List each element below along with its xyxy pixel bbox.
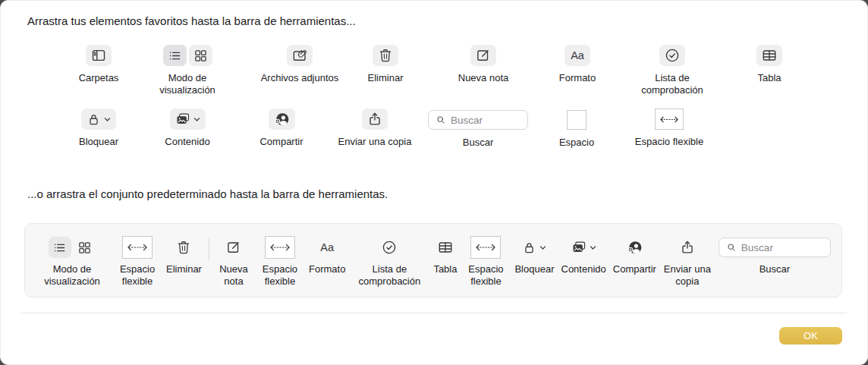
item-label: Formato: [309, 263, 345, 275]
table-icon: [435, 237, 456, 258]
default-set-heading: ...o arrastra el conjunto predeterminado…: [27, 187, 388, 200]
compose-icon: [470, 45, 496, 66]
item-label: Buscar: [463, 137, 493, 149]
chevron-down-icon: [103, 115, 112, 124]
item-label: Enviar una copia: [338, 136, 412, 148]
item-label: Lista de comprobación: [352, 263, 426, 288]
toolbar-item-tabla[interactable]: Tabla: [433, 236, 457, 275]
toolbar-item-lista-de-comprobacion[interactable]: Lista de comprobación: [352, 236, 426, 288]
item-label: Bloquear: [79, 136, 118, 148]
item-label: Tabla: [757, 72, 781, 84]
flexible-space-icon: [122, 236, 153, 259]
lock-icon: [81, 109, 116, 130]
format-aa-icon: Aa: [565, 45, 590, 66]
space-icon: [567, 110, 587, 130]
toolbar-divider: [209, 238, 209, 260]
share-icon: [677, 237, 698, 258]
palette-item-enviar-una-copia[interactable]: Enviar una copia: [318, 108, 432, 148]
share-icon: [362, 109, 388, 130]
item-label: Bloquear: [514, 263, 554, 275]
item-label: Espacio flexible: [258, 263, 302, 288]
search-icon: [436, 115, 446, 125]
item-label: Espacio flexible: [464, 263, 508, 288]
palette-item-buscar[interactable]: Buscar Buscar: [421, 109, 535, 149]
check-circle-icon: [659, 45, 685, 66]
search-input[interactable]: Buscar: [428, 110, 528, 130]
item-label: Compartir: [613, 263, 656, 275]
toolbar-item-bloquear[interactable]: Bloquear: [514, 236, 554, 275]
item-label: Nueva nota: [216, 263, 251, 288]
add-person-icon: [624, 237, 645, 258]
chevron-down-icon: [589, 244, 597, 252]
list-view-icon: [49, 237, 71, 258]
item-label: Carpetas: [79, 72, 119, 84]
flexible-space-icon: [265, 236, 295, 259]
trash-icon: [373, 45, 398, 66]
toolbar-item-enviar-una-copia[interactable]: Enviar una copia: [663, 236, 712, 288]
add-person-icon: [269, 109, 295, 130]
item-label: Archivos adjuntos: [261, 72, 339, 84]
item-label: Formato: [559, 72, 596, 84]
grid-view-icon: [74, 237, 96, 258]
toolbar-item-espacio-flexible[interactable]: Espacio flexible: [115, 236, 159, 288]
media-icon: [569, 237, 599, 258]
toolbar-item-eliminar[interactable]: Eliminar: [166, 236, 202, 275]
search-placeholder: Buscar: [741, 242, 773, 253]
list-view-icon: [163, 45, 187, 66]
toolbar-item-buscar[interactable]: Buscar Buscar: [719, 236, 831, 275]
grid-view-icon: [189, 45, 212, 66]
palette-item-eliminar[interactable]: Eliminar: [329, 44, 442, 84]
favorites-heading: Arrastra tus elementos favoritos hasta l…: [27, 14, 356, 27]
toolbar-item-contenido[interactable]: Contenido: [561, 236, 606, 275]
item-label: Enviar una copia: [663, 263, 712, 288]
item-label: Contenido: [561, 263, 606, 275]
palette-item-espacio-flexible[interactable]: Espacio flexible: [612, 108, 726, 148]
item-label: Eliminar: [166, 263, 202, 275]
item-label: Eliminar: [368, 72, 404, 84]
toolbar-item-modo-de-visualizacion[interactable]: Modo de visualización: [36, 236, 108, 288]
table-icon: [756, 45, 782, 66]
item-label: Modo de visualización: [36, 263, 108, 288]
sidebar-icon: [86, 45, 112, 66]
flexible-space-icon: [470, 236, 501, 259]
chevron-down-icon: [539, 244, 547, 252]
format-aa-icon: Aa: [316, 237, 338, 258]
check-circle-icon: [379, 237, 400, 258]
item-label: Buscar: [760, 263, 790, 275]
lock-icon: [520, 237, 549, 258]
compose-icon: [223, 237, 244, 258]
item-label: Espacio: [559, 137, 594, 149]
palette-item-modo-de-visualizacion[interactable]: Modo de visualización: [131, 44, 244, 96]
footer-divider: [21, 313, 847, 313]
toolbar-customization-sheet: Arrastra tus elementos favoritos hasta l…: [0, 0, 868, 365]
item-label: Compartir: [259, 136, 303, 148]
search-icon: [726, 242, 737, 253]
item-label: Nueva nota: [458, 72, 509, 84]
palette-item-tabla[interactable]: Tabla: [712, 44, 826, 84]
default-toolbar-set[interactable]: Modo de visualización Espacio flexible E…: [24, 223, 842, 297]
search-placeholder: Buscar: [451, 115, 483, 126]
item-label: Espacio flexible: [115, 263, 159, 288]
toolbar-item-formato[interactable]: Aa Formato: [309, 236, 345, 275]
media-icon: [170, 109, 206, 130]
trash-icon: [173, 237, 194, 258]
item-label: Lista de comprobación: [634, 72, 710, 96]
item-label: Modo de visualización: [149, 72, 225, 96]
item-label: Espacio flexible: [635, 136, 703, 148]
search-input[interactable]: Buscar: [719, 238, 831, 257]
flexible-space-icon: [655, 109, 684, 130]
chevron-down-icon: [193, 115, 201, 124]
ok-button[interactable]: OK: [779, 327, 842, 345]
item-label: Tabla: [433, 263, 457, 275]
toolbar-item-nueva-nota[interactable]: Nueva nota: [216, 236, 251, 288]
toolbar-item-espacio-flexible[interactable]: Espacio flexible: [258, 236, 302, 288]
item-label: Contenido: [165, 136, 209, 148]
note-paperclip-icon: [287, 45, 313, 66]
toolbar-item-compartir[interactable]: Compartir: [613, 236, 656, 275]
toolbar-item-espacio-flexible[interactable]: Espacio flexible: [464, 236, 508, 288]
